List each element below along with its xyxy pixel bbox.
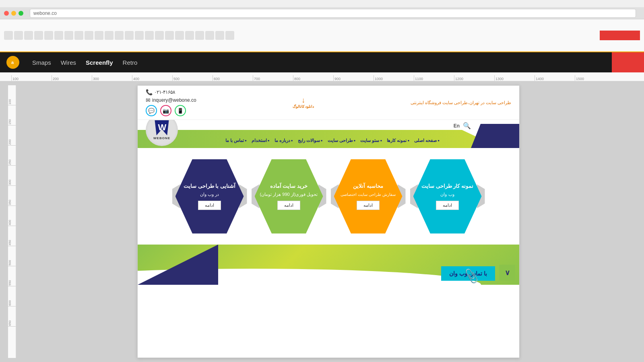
card4-title: نمونه کار طراحی سایت [421, 183, 473, 190]
card3-title: محاسبه آنلاین [353, 183, 383, 190]
horizontal-ruler: 100 200 300 400 500 600 700 800 900 1000… [0, 72, 644, 81]
nav-item-retro[interactable]: Retro [123, 59, 138, 66]
v-ruler-450: 450 [8, 226, 16, 246]
ruler-mark-1300: 1300 [494, 75, 535, 81]
site-nav-links: صفحه اصلی نمونه کارها ستو سایت طراحی سای… [194, 138, 471, 143]
ruler-mark-500: 500 [172, 75, 213, 81]
app-nav-bar: a Smaps Wires Screenfly Retro [0, 52, 644, 72]
search-icon[interactable]: 🔍 [463, 122, 471, 130]
website-preview: طراحی سایت در تهران،طراحی سایت فروشگاه ا… [137, 85, 520, 358]
site-search-area: En 🔍 [454, 122, 471, 130]
app-logo[interactable]: a [6, 56, 19, 69]
ruler-mark-1400: 1400 [535, 75, 575, 81]
v-ruler-100: 100 [8, 85, 16, 105]
hex-card-intro: آشنایی با طراحی سایت در وب وان ادامه [172, 156, 247, 237]
nav-link-design[interactable]: طراحی سایت [328, 138, 356, 143]
paperclip-icon: 📎 [463, 267, 480, 284]
logo-text: WEBONE [153, 136, 170, 140]
nav-item-smaps[interactable]: Smaps [32, 59, 51, 66]
v-ruler-250: 250 [8, 146, 16, 166]
card1-title: آشنایی با طراحی سایت [184, 183, 235, 190]
v-ruler-500: 500 [8, 246, 16, 266]
ruler-mark-300: 300 [92, 75, 132, 81]
hex-shape-green: خرید سایت آماده تحویل فوری(از 990 هزار ت… [255, 159, 323, 234]
ruler-mark-1100: 1100 [414, 75, 454, 81]
hex-card-ready: خرید سایت آماده تحویل فوری(از 990 هزار ت… [252, 156, 326, 237]
ruler-mark-800: 800 [293, 75, 333, 81]
logo-w-shape: W [153, 120, 171, 136]
card2-subtitle: تحویل فوری(از 990 هزار تومان) [260, 191, 318, 197]
skype-icon[interactable]: 💬 [146, 105, 157, 116]
card4-btn[interactable]: ادامه [436, 201, 459, 210]
svg-text:a: a [11, 60, 14, 65]
nav-link-about[interactable]: درباره ما [275, 138, 293, 143]
site-nav: W WEBONE En 🔍 صفحه اصلی نمونه کارها ستو … [138, 120, 519, 148]
card4-subtitle: وب وان [440, 191, 454, 197]
ruler-mark-700: 700 [253, 75, 293, 81]
v-ruler-300: 300 [8, 166, 16, 186]
phone-line: ۰۲۱-۴۱۶۵۸ 📞 [146, 89, 175, 95]
email-line: inquery@webone.co ✉ [146, 97, 196, 103]
whatsapp-icon[interactable]: 📱 [175, 105, 186, 116]
hex-shape-dark: آشنایی با طراحی سایت در وب وان ادامه [175, 159, 244, 234]
ruler-mark-600: 600 [213, 75, 253, 81]
nav-link-jobs[interactable]: استخدام [252, 138, 270, 143]
nav-item-screenfly[interactable]: Screenfly [86, 59, 113, 66]
download-catalog[interactable]: ↓ دانلود کاتالوگ [293, 96, 314, 109]
nav-link-contact[interactable]: تماس با ما [225, 138, 247, 143]
hex-shape-cyan: نمونه کار طراحی سایت وب وان ادامه [413, 159, 482, 234]
ruler-mark-1200: 1200 [454, 75, 494, 81]
v-ruler-600: 600 [8, 286, 16, 306]
instagram-icon[interactable]: 📷 [160, 105, 171, 116]
hex-card-samples: نمونه کار طراحی سایت وب وان ادامه [410, 156, 485, 237]
red-action-button[interactable] [612, 52, 644, 72]
nav-link-faq[interactable]: سوالات رایج [298, 138, 323, 143]
v-ruler-150: 150 [8, 105, 16, 125]
nav-item-wires[interactable]: Wires [61, 59, 76, 66]
v-ruler-350: 350 [8, 186, 16, 206]
footer-dark-triangle [138, 245, 218, 285]
ruler-marks-container: 100 200 300 400 500 600 700 800 900 1000… [11, 75, 615, 81]
vertical-ruler: 100 150 200 250 300 350 400 450 500 550 … [8, 85, 16, 358]
hex-card-calculator: محاسبه آنلاین سفارش طراحی سایت اختصاصی ا… [331, 156, 405, 237]
card1-subtitle: در وب وان [200, 191, 219, 197]
logo-inner: W WEBONE [153, 120, 171, 140]
ruler-mark-100: 100 [11, 75, 52, 81]
v-ruler-550: 550 [8, 266, 16, 286]
footer-wave-section: با تماس وب وان 📎 ∨ [138, 245, 519, 285]
ruler-mark-1000: 1000 [374, 75, 414, 81]
site-header: طراحی سایت در تهران،طراحی سایت فروشگاه ا… [138, 86, 519, 120]
footer-chevron-btn[interactable]: ∨ [499, 265, 515, 281]
card3-btn[interactable]: ادامه [357, 201, 380, 210]
card3-subtitle: سفارش طراحی سایت اختصاصی [341, 192, 395, 197]
ruler-mark-1500: 1500 [575, 75, 615, 81]
hex-shape-orange: محاسبه آنلاین سفارش طراحی سایت اختصاصی ا… [334, 159, 402, 234]
v-ruler-650: 650 [8, 306, 16, 327]
nav-link-portfolio[interactable]: نمونه کارها [387, 138, 409, 143]
ruler-mark-400: 400 [132, 75, 172, 81]
nav-dark-shape [471, 124, 519, 148]
nav-link-store[interactable]: ستو سایت [360, 138, 382, 143]
site-tagline: طراحی سایت در تهران،طراحی سایت فروشگاه ا… [411, 100, 511, 105]
en-language-badge[interactable]: En [454, 123, 460, 129]
ruler-mark-200: 200 [52, 75, 92, 81]
browser-chrome: webone.co [0, 0, 644, 52]
card2-btn[interactable]: ادامه [277, 201, 300, 210]
ruler-mark-900: 900 [333, 75, 374, 81]
card1-btn[interactable]: ادامه [198, 201, 221, 210]
main-content-area: 100 150 200 250 300 350 400 450 500 550 … [0, 81, 644, 362]
chevron-icon: ∨ [505, 268, 510, 277]
site-contact-info: ۰۲۱-۴۱۶۵۸ 📞 inquery@webone.co ✉ 📱 📷 💬 [146, 89, 196, 116]
v-ruler-400: 400 [8, 206, 16, 226]
social-icons-row: 📱 📷 💬 [146, 105, 186, 116]
hero-cards-section: آشنایی با طراحی سایت در وب وان ادامه خری… [138, 148, 519, 245]
nav-link-home[interactable]: صفحه اصلی [414, 138, 440, 143]
v-ruler-200: 200 [8, 125, 16, 146]
card2-title: خرید سایت آماده [270, 183, 308, 190]
